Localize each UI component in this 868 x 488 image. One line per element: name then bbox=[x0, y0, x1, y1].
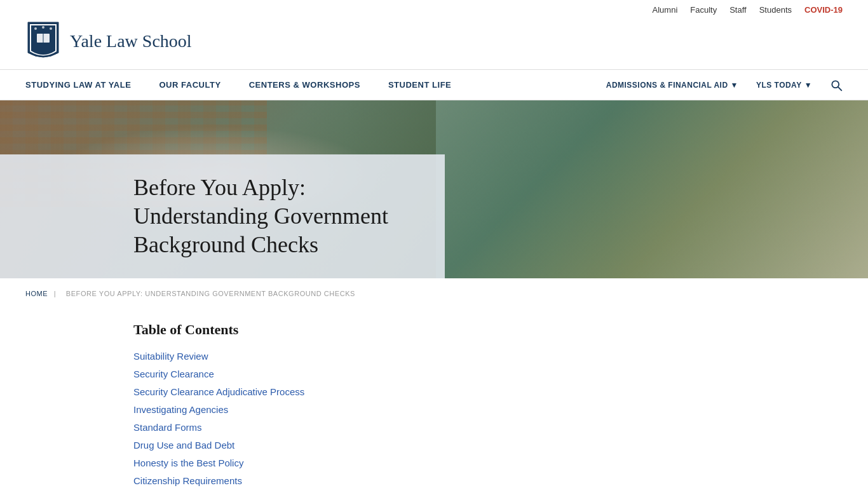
main-content: Table of Contents Suitability Review Sec… bbox=[0, 309, 572, 488]
toc-citizenship[interactable]: Citizenship Requirements bbox=[133, 475, 242, 486]
nav-admissions[interactable]: ADMISSIONS & FINANCIAL AID ▼ bbox=[597, 70, 747, 100]
list-item: Security Clearance bbox=[133, 369, 546, 380]
toc-investigating[interactable]: Investigating Agencies bbox=[133, 404, 228, 415]
list-item: Suitability Review bbox=[133, 351, 546, 362]
hero-roof bbox=[436, 100, 868, 278]
toc-heading: Table of Contents bbox=[133, 322, 546, 338]
search-button[interactable] bbox=[821, 79, 843, 92]
toc-adjudicative[interactable]: Security Clearance Adjudicative Process bbox=[133, 386, 304, 397]
nav-centers[interactable]: CENTERS & WORKSHOPS bbox=[235, 70, 374, 100]
logo-text: Yale Law School bbox=[70, 32, 192, 51]
search-icon bbox=[830, 79, 843, 92]
list-item: Honesty is the Best Policy bbox=[133, 458, 546, 469]
hero-section: Before You Apply: Understanding Governme… bbox=[0, 100, 868, 278]
main-nav-left: STUDYING LAW AT YALE OUR FACULTY CENTERS… bbox=[25, 70, 597, 100]
list-item: Standard Forms bbox=[133, 422, 546, 433]
breadcrumb: HOME | BEFORE YOU APPLY: UNDERSTANDING G… bbox=[0, 278, 868, 309]
faculty-link[interactable]: Faculty bbox=[690, 5, 717, 15]
hero-title: Before You Apply: Understanding Governme… bbox=[133, 173, 419, 259]
breadcrumb-home[interactable]: HOME bbox=[25, 290, 48, 297]
main-nav-right: ADMISSIONS & FINANCIAL AID ▼ YLS TODAY ▼ bbox=[597, 70, 843, 100]
toc-drug-use[interactable]: Drug Use and Bad Debt bbox=[133, 440, 234, 451]
yale-shield-icon bbox=[25, 20, 61, 63]
covid-link[interactable]: COVID-19 bbox=[804, 5, 843, 15]
list-item: Investigating Agencies bbox=[133, 404, 546, 416]
toc-list: Suitability Review Security Clearance Se… bbox=[133, 351, 546, 488]
breadcrumb-separator: | bbox=[54, 290, 56, 297]
svg-point-4 bbox=[50, 27, 52, 30]
nav-studying[interactable]: STUDYING LAW AT YALE bbox=[25, 70, 145, 100]
toc-standard-forms[interactable]: Standard Forms bbox=[133, 422, 202, 433]
nav-student-life[interactable]: STUDENT LIFE bbox=[374, 70, 465, 100]
list-item: Citizenship Requirements bbox=[133, 475, 546, 487]
hero-title-box: Before You Apply: Understanding Governme… bbox=[0, 154, 445, 278]
list-item: Drug Use and Bad Debt bbox=[133, 440, 546, 451]
nav-faculty[interactable]: OUR FACULTY bbox=[145, 70, 234, 100]
site-logo[interactable]: Yale Law School bbox=[25, 20, 192, 63]
svg-point-2 bbox=[34, 27, 37, 30]
toc-honesty[interactable]: Honesty is the Best Policy bbox=[133, 458, 243, 468]
svg-point-3 bbox=[42, 26, 44, 29]
site-header: Yale Law School bbox=[0, 20, 868, 70]
utility-nav: Alumni Faculty Staff Students COVID-19 bbox=[0, 0, 868, 20]
toc-security[interactable]: Security Clearance bbox=[133, 369, 214, 379]
main-nav: STUDYING LAW AT YALE OUR FACULTY CENTERS… bbox=[0, 70, 868, 100]
toc-suitability[interactable]: Suitability Review bbox=[133, 351, 208, 362]
alumni-link[interactable]: Alumni bbox=[653, 5, 678, 15]
list-item: Security Clearance Adjudicative Process bbox=[133, 386, 546, 398]
nav-yls-today[interactable]: YLS TODAY ▼ bbox=[747, 70, 821, 100]
svg-line-6 bbox=[838, 86, 841, 90]
students-link[interactable]: Students bbox=[759, 5, 792, 15]
breadcrumb-current: BEFORE YOU APPLY: UNDERSTANDING GOVERNME… bbox=[66, 290, 355, 297]
staff-link[interactable]: Staff bbox=[729, 5, 747, 15]
